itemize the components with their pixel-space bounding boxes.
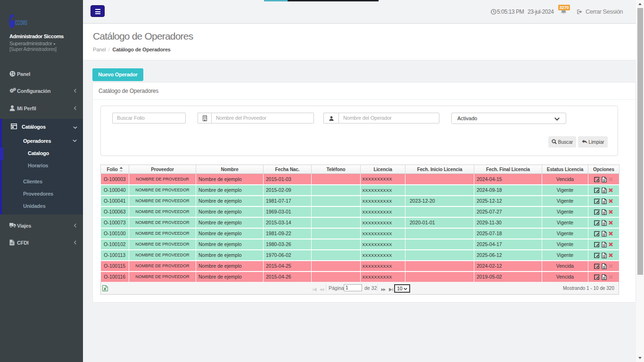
svg-text:CCOMS: CCOMS — [15, 19, 27, 26]
